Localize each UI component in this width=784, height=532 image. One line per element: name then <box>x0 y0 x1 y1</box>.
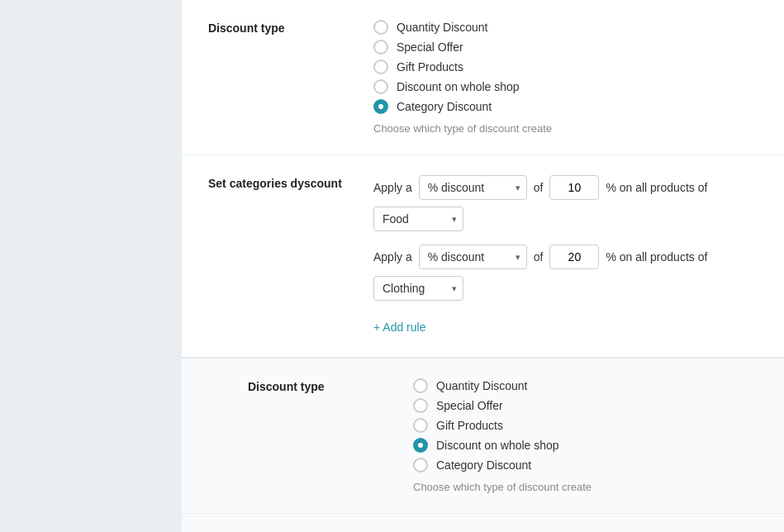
rule2-category-select[interactable]: Food Clothing Electronics <box>373 276 463 301</box>
rule-row-2: Apply a % discount Fixed discount ▾ of %… <box>373 245 758 301</box>
p2-radio-circle-special-offer <box>413 398 428 413</box>
radio-item-quantity-discount[interactable]: Quantity Discount <box>373 20 758 35</box>
panel1-radio-group: Quantity Discount Special Offer Gift Pro… <box>373 20 758 114</box>
panel2-discount-type-label: Discount type <box>248 378 413 493</box>
rule1-discount-type-select[interactable]: % discount Fixed discount <box>419 175 527 200</box>
rule2-value-input[interactable] <box>549 245 599 269</box>
left-sidebar <box>0 0 182 532</box>
panel2-discount-type-section: Discount type Quantity Discount Special … <box>182 359 784 514</box>
p2-radio-circle-gift-products <box>413 418 428 433</box>
panel1-categories-content: Apply a % discount Fixed discount ▾ of %… <box>373 175 758 337</box>
radio-label-quantity-discount: Quantity Discount <box>397 21 488 34</box>
p2-radio-circle-quantity-discount <box>413 378 428 393</box>
radio-label-special-offer: Special Offer <box>397 40 463 54</box>
panel1-categories-section: Set categories dyscount Apply a % discou… <box>182 155 784 358</box>
panel2-discount-type-hint: Choose which type of discount create <box>413 481 758 493</box>
radio-label-gift-products: Gift Products <box>397 60 463 74</box>
radio-circle-gift-products <box>373 59 388 74</box>
radio-label-whole-shop: Discount on whole shop <box>397 80 520 93</box>
radio-circle-special-offer <box>373 40 388 55</box>
rule2-discount-type-select[interactable]: % discount Fixed discount <box>419 245 527 269</box>
rule1-apply-text: Apply a <box>373 181 412 194</box>
second-panel: Discount type Quantity Discount Special … <box>182 358 784 532</box>
panel2-whole-shop-section: Discount to apply to whole shop Apply a … <box>182 514 784 532</box>
p2-radio-circle-category-discount <box>413 458 428 473</box>
radio-item-special-offer[interactable]: Special Offer <box>373 40 758 55</box>
p2-radio-item-quantity-discount[interactable]: Quantity Discount <box>413 378 758 393</box>
radio-circle-quantity-discount <box>373 20 388 35</box>
panel2-radio-group: Quantity Discount Special Offer Gift Pro… <box>413 378 758 473</box>
rule2-discount-type-wrapper: % discount Fixed discount ▾ <box>419 245 527 269</box>
p2-radio-item-whole-shop[interactable]: Discount on whole shop <box>413 438 758 453</box>
p2-radio-item-special-offer[interactable]: Special Offer <box>413 398 758 413</box>
rule1-discount-type-wrapper: % discount Fixed discount ▾ <box>419 175 527 200</box>
rule1-category-select[interactable]: Food Clothing Electronics <box>373 207 463 231</box>
rule2-apply-text: Apply a <box>373 250 412 264</box>
p2-radio-item-category-discount[interactable]: Category Discount <box>413 458 758 473</box>
panel1-discount-type-hint: Choose which type of discount create <box>373 122 758 135</box>
panel2-discount-type-content: Quantity Discount Special Offer Gift Pro… <box>413 378 758 493</box>
panel1-categories-label: Set categories dyscount <box>208 175 373 337</box>
add-rule-button[interactable]: + Add rule <box>373 317 425 337</box>
rule2-on-all-text: % on all products of <box>606 250 707 264</box>
panel1-discount-type-section: Discount type Quantity Discount Special … <box>182 0 784 155</box>
rule1-category-wrapper: Food Clothing Electronics ▾ <box>373 207 463 231</box>
radio-item-category-discount[interactable]: Category Discount <box>373 99 758 114</box>
p2-radio-label-quantity-discount: Quantity Discount <box>436 379 528 392</box>
p2-radio-label-special-offer: Special Offer <box>436 399 503 412</box>
rule2-of-text: of <box>534 250 544 264</box>
main-content: Discount type Quantity Discount Special … <box>182 0 784 532</box>
panel1-discount-type-content: Quantity Discount Special Offer Gift Pro… <box>373 20 758 135</box>
radio-circle-category-discount <box>373 99 388 114</box>
radio-item-gift-products[interactable]: Gift Products <box>373 59 758 74</box>
rule1-on-all-text: % on all products of <box>606 181 707 194</box>
rule-row-1: Apply a % discount Fixed discount ▾ of %… <box>373 175 758 231</box>
rule1-value-input[interactable] <box>549 175 599 200</box>
radio-label-category-discount: Category Discount <box>397 100 492 113</box>
panel1-discount-type-label: Discount type <box>208 20 373 135</box>
p2-radio-circle-whole-shop <box>413 438 428 453</box>
rule2-category-wrapper: Food Clothing Electronics ▾ <box>373 276 463 301</box>
radio-circle-whole-shop <box>373 79 388 94</box>
rule1-of-text: of <box>534 181 544 194</box>
p2-radio-item-gift-products[interactable]: Gift Products <box>413 418 758 433</box>
p2-radio-label-gift-products: Gift Products <box>436 419 503 432</box>
radio-item-whole-shop[interactable]: Discount on whole shop <box>373 79 758 94</box>
p2-radio-label-category-discount: Category Discount <box>436 458 531 472</box>
p2-radio-label-whole-shop: Discount on whole shop <box>436 439 559 452</box>
